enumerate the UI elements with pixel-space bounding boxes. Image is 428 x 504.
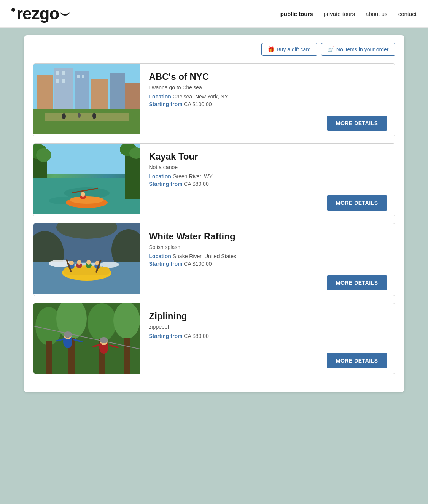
tour-subtitle: zippeee! [149, 324, 387, 330]
tour-title: Ziplining [149, 311, 387, 322]
svg-rect-10 [62, 79, 65, 83]
location-label: Location [149, 94, 171, 100]
price-value: CA $80.00 [184, 181, 208, 187]
tour-price: Starting from CA $80.00 [149, 333, 387, 339]
svg-point-17 [92, 113, 96, 119]
svg-rect-7 [56, 71, 59, 75]
header: rezgo public tours private tours about u… [0, 0, 428, 28]
logo-smile [60, 10, 70, 16]
cart-label: No items in your order [336, 46, 389, 52]
svg-point-33 [81, 192, 85, 197]
tour-subtitle: Splish splash [149, 244, 387, 250]
svg-rect-26 [125, 149, 132, 199]
more-details-button[interactable]: MORE DETAILS [327, 353, 387, 368]
svg-point-50 [86, 260, 91, 265]
tour-card: Kayak Tour Not a canoe Location Green Ri… [33, 143, 395, 216]
location-value: Chelsea, New York, NY [173, 94, 228, 100]
svg-point-76 [100, 337, 108, 343]
svg-point-75 [64, 331, 72, 338]
price-label: Starting from [149, 101, 183, 107]
tour-subtitle: I wanna go to Chelsea [149, 84, 387, 90]
gift-card-button[interactable]: 🎁 Buy a gift card [261, 43, 317, 56]
location-value: Green River, WY [173, 173, 213, 179]
svg-rect-11 [77, 75, 80, 78]
svg-rect-9 [56, 79, 59, 83]
svg-rect-63 [124, 338, 130, 374]
tour-title: ABC's of NYC [149, 71, 387, 82]
location-label: Location [149, 173, 171, 179]
nav-contact[interactable]: contact [398, 11, 417, 17]
tour-details-row: MORE DETAILS [149, 116, 387, 131]
more-details-button[interactable]: MORE DETAILS [327, 116, 387, 131]
action-bar: 🎁 Buy a gift card 🛒 No items in your ord… [33, 43, 395, 56]
tour-location: Location Snake River, United States [149, 253, 387, 259]
tour-details-row: MORE DETAILS [149, 353, 387, 368]
logo-dot [11, 8, 15, 12]
tours-list: ABC's of NYC I wanna go to Chelsea Locat… [33, 63, 395, 374]
svg-rect-12 [82, 75, 84, 78]
tour-image-rafting [33, 223, 140, 294]
svg-point-16 [78, 113, 81, 118]
tour-title: White Water Rafting [149, 231, 387, 242]
tour-content: Ziplining zippeee! Starting from CA $80.… [149, 311, 387, 349]
tour-card: Ziplining zippeee! Starting from CA $80.… [33, 303, 395, 374]
svg-point-62 [113, 303, 140, 339]
logo: rezgo [11, 5, 70, 22]
price-label: Starting from [149, 261, 183, 267]
tour-content: Kayak Tour Not a canoe Location Green Ri… [149, 151, 387, 191]
tour-price: Starting from CA $80.00 [149, 181, 387, 187]
tour-image-ziplining [33, 303, 140, 374]
tour-info: ABC's of NYC I wanna go to Chelsea Locat… [140, 64, 395, 136]
tour-details-row: MORE DETAILS [149, 275, 387, 290]
tour-info: Kayak Tour Not a canoe Location Green Ri… [140, 144, 395, 216]
price-value: CA $100.00 [184, 101, 212, 107]
svg-rect-14 [45, 113, 129, 121]
tour-price: Starting from CA $100.00 [149, 261, 387, 267]
tour-image-nyc [33, 64, 140, 134]
svg-point-46 [69, 261, 74, 265]
tour-location: Location Chelsea, New York, NY [149, 94, 387, 100]
tour-card: ABC's of NYC I wanna go to Chelsea Locat… [33, 63, 395, 136]
svg-point-60 [88, 303, 116, 341]
svg-point-41 [100, 262, 119, 268]
tour-card: White Water Rafting Splish splash Locati… [33, 223, 395, 296]
tour-details-row: MORE DETAILS [149, 195, 387, 211]
svg-point-22 [36, 148, 51, 162]
tour-price: Starting from CA $100.00 [149, 101, 387, 107]
cart-button[interactable]: 🛒 No items in your order [321, 43, 395, 56]
cart-icon: 🛒 [328, 46, 334, 52]
price-label: Starting from [149, 333, 183, 339]
price-value: CA $100.00 [184, 261, 212, 267]
svg-rect-13 [33, 109, 140, 134]
svg-rect-57 [46, 341, 52, 374]
tour-location: Location Green River, WY [149, 173, 387, 179]
svg-point-48 [77, 260, 81, 265]
location-value: Snake River, United States [173, 253, 236, 259]
tour-info: White Water Rafting Splish splash Locati… [140, 223, 395, 296]
gift-icon: 🎁 [268, 46, 274, 52]
tour-subtitle: Not a canoe [149, 164, 387, 170]
price-value: CA $80.00 [184, 333, 208, 339]
price-label: Starting from [149, 181, 183, 187]
gift-card-label: Buy a gift card [277, 46, 311, 52]
nav-public-tours[interactable]: public tours [280, 11, 313, 17]
location-label: Location [149, 253, 171, 259]
main-nav: public tours private tours about us cont… [280, 11, 417, 17]
more-details-button[interactable]: MORE DETAILS [327, 275, 387, 290]
nav-about-us[interactable]: about us [366, 11, 388, 17]
svg-rect-28 [132, 153, 140, 199]
main-content: 🎁 Buy a gift card 🛒 No items in your ord… [24, 35, 404, 392]
more-details-button[interactable]: MORE DETAILS [327, 195, 387, 211]
tour-info: Ziplining zippeee! Starting from CA $80.… [140, 303, 395, 374]
svg-point-15 [62, 113, 66, 119]
tour-content: ABC's of NYC I wanna go to Chelsea Locat… [149, 71, 387, 111]
nav-private-tours[interactable]: private tours [324, 11, 355, 17]
tour-title: Kayak Tour [149, 151, 387, 162]
svg-point-31 [70, 196, 104, 204]
tour-image-kayak [33, 144, 140, 214]
svg-rect-8 [62, 71, 65, 75]
tour-content: White Water Rafting Splish splash Locati… [149, 231, 387, 271]
